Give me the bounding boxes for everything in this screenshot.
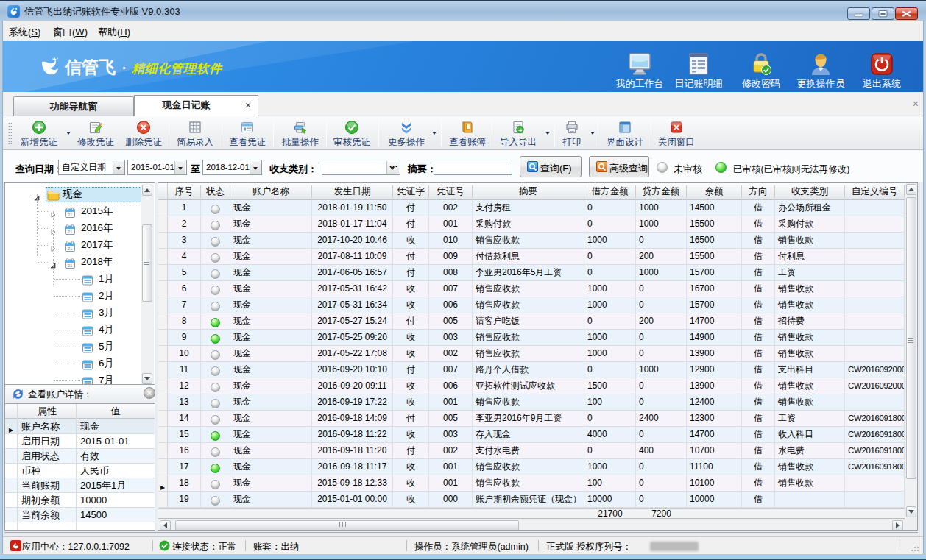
svg-text:21: 21 — [68, 263, 73, 268]
svg-text:21: 21 — [68, 213, 73, 217]
svg-text:21: 21 — [68, 230, 73, 234]
svg-text:21: 21 — [68, 247, 73, 251]
